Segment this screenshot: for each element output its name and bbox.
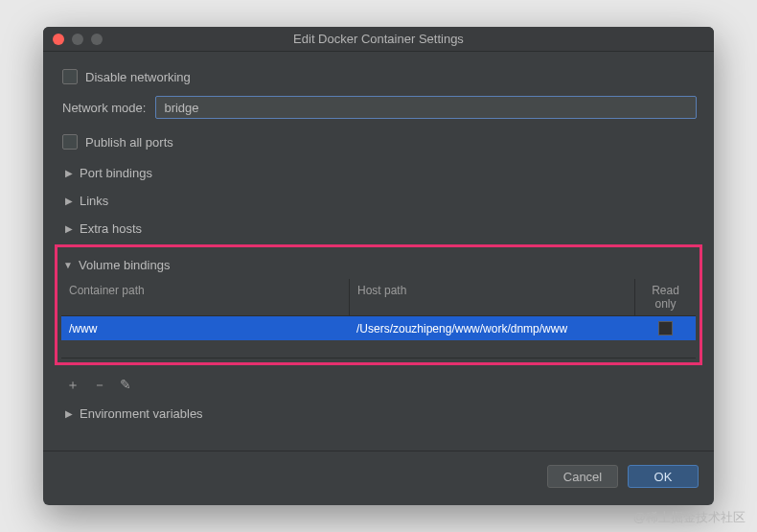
edit-icon[interactable]: ✎ [120, 377, 131, 394]
volume-bindings-highlight: ▼ Volume bindings Container path Host pa… [55, 244, 702, 365]
cell-host-path[interactable]: /Users/zouzhipeng/www/work/dnmp/www [349, 317, 634, 340]
table-row[interactable]: /www /Users/zouzhipeng/www/work/dnmp/www [61, 316, 696, 340]
chevron-right-icon: ▶ [62, 168, 76, 178]
section-volume-bindings[interactable]: ▼ Volume bindings [61, 251, 696, 279]
dialog-window: Edit Docker Container Settings Disable n… [43, 27, 714, 505]
dialog-content: Disable networking Network mode: Publish… [43, 52, 714, 441]
watermark-text: @稀土掘金技术社区 [633, 509, 746, 526]
network-mode-input[interactable] [155, 96, 697, 119]
cancel-button[interactable]: Cancel [547, 465, 618, 488]
network-mode-label: Network mode: [62, 101, 146, 115]
chevron-right-icon: ▶ [62, 196, 76, 206]
section-port-bindings[interactable]: ▶ Port bindings [60, 159, 697, 187]
col-read-only[interactable]: Read only [634, 279, 696, 315]
section-label: Links [80, 194, 108, 208]
publish-all-ports-label: Publish all ports [85, 135, 173, 150]
titlebar: Edit Docker Container Settings [43, 27, 714, 52]
volume-table-header: Container path Host path Read only [61, 279, 696, 316]
chevron-right-icon: ▶ [62, 223, 76, 234]
section-links[interactable]: ▶ Links [60, 187, 697, 215]
cell-read-only[interactable] [634, 316, 696, 340]
add-icon[interactable]: ＋ [66, 377, 80, 394]
section-label: Environment variables [80, 406, 203, 421]
read-only-checkbox[interactable] [658, 321, 673, 335]
section-label: Volume bindings [79, 258, 170, 272]
dialog-footer: Cancel OK [43, 451, 714, 505]
section-extra-hosts[interactable]: ▶ Extra hosts [60, 215, 697, 243]
network-mode-row: Network mode: [60, 94, 697, 130]
volume-table-body: /www /Users/zouzhipeng/www/work/dnmp/www [61, 316, 696, 359]
publish-all-ports-checkbox[interactable] [62, 134, 78, 150]
col-host-path[interactable]: Host path [349, 279, 634, 315]
publish-all-ports-row[interactable]: Publish all ports [60, 130, 697, 159]
ok-button[interactable]: OK [628, 465, 699, 488]
chevron-down-icon: ▼ [61, 260, 75, 270]
window-title: Edit Docker Container Settings [43, 32, 714, 46]
section-environment-variables[interactable]: ▶ Environment variables [60, 400, 697, 428]
cell-container-path[interactable]: /www [61, 317, 349, 340]
section-label: Port bindings [80, 166, 152, 180]
row-toolbar: ＋ － ✎ [60, 369, 697, 400]
section-label: Extra hosts [80, 221, 142, 236]
chevron-right-icon: ▶ [62, 408, 76, 419]
disable-networking-checkbox[interactable] [62, 69, 78, 84]
col-container-path[interactable]: Container path [61, 279, 349, 315]
remove-icon[interactable]: － [93, 377, 106, 394]
disable-networking-label: Disable networking [85, 70, 191, 84]
disable-networking-row[interactable]: Disable networking [60, 65, 697, 94]
